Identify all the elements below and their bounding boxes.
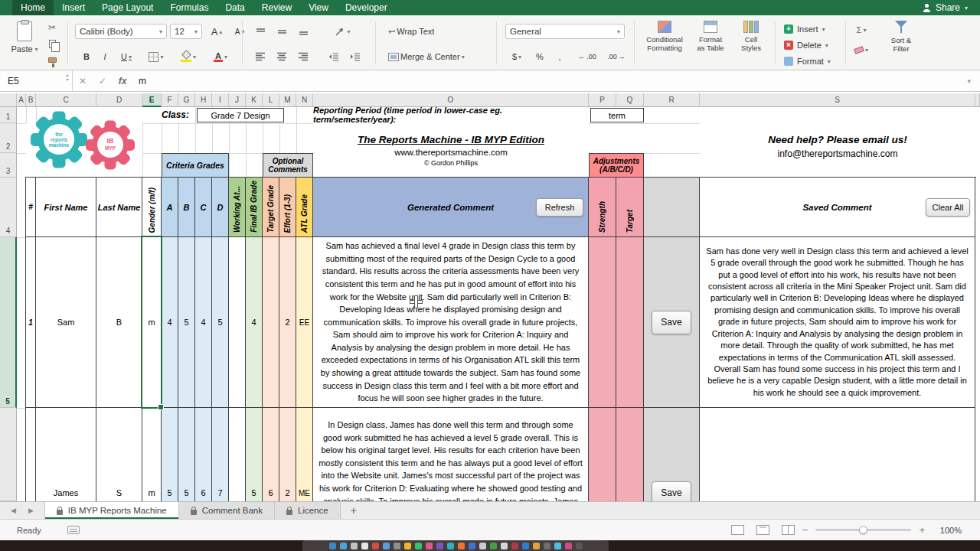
autosum-button[interactable]: Σ▾ [851, 23, 871, 37]
ribbon-tab-view[interactable]: View [300, 0, 337, 15]
cell-first-name[interactable]: James [36, 408, 96, 501]
class-value-cell[interactable]: Grade 7 Design [197, 108, 284, 122]
column-header-s[interactable]: S [700, 93, 975, 107]
column-header-o[interactable]: O [313, 93, 589, 107]
row-header-6[interactable] [0, 408, 17, 501]
header-cell-target-adjust[interactable]: Target [616, 178, 644, 237]
page-layout-view-icon[interactable] [756, 525, 769, 535]
header-cell-criterion-c[interactable]: C [195, 178, 212, 237]
dock-icon[interactable] [415, 543, 422, 549]
cell-effort[interactable]: 2 [279, 237, 296, 408]
add-sheet-button[interactable]: + [341, 502, 367, 519]
cancel-entry-icon[interactable]: ✕ [73, 76, 93, 86]
font-name-select[interactable]: Calibri (Body) ▾ [75, 24, 167, 39]
align-top-button[interactable] [251, 24, 270, 39]
sheet-tab-comment-bank[interactable]: Comment Bank [179, 502, 275, 519]
header-cell-criterion-d[interactable]: D [212, 178, 229, 237]
column-header-g[interactable]: G [178, 93, 195, 107]
borders-button[interactable]: ▾ [142, 49, 170, 64]
header-cell-working-at[interactable]: Working At... [229, 178, 246, 237]
refresh-button[interactable]: Refresh [536, 198, 583, 217]
header-cell-target-grade[interactable]: Target Grade [263, 178, 279, 237]
dock-icon[interactable] [436, 543, 443, 549]
header-cell-saved-comment[interactable]: Saved Comment Clear All [700, 178, 975, 237]
column-header-k[interactable]: K [246, 93, 263, 107]
name-box[interactable]: E5 ▴▾ [0, 70, 73, 91]
dock-icon[interactable] [501, 543, 508, 549]
cell-target-adjust[interactable] [616, 237, 644, 408]
save-button[interactable]: Save [652, 481, 691, 502]
column-header-p[interactable]: P [589, 93, 616, 107]
column-header-l[interactable]: L [263, 93, 279, 107]
dock-icon[interactable] [554, 543, 561, 549]
reporting-period-label-cell[interactable]: Reporting Period (time period in lower-c… [313, 107, 586, 122]
save-button[interactable]: Save [652, 311, 691, 334]
cell-criterion-a[interactable]: 4 [162, 237, 178, 408]
align-bottom-button[interactable] [294, 24, 312, 39]
dock-icon[interactable] [447, 543, 454, 549]
confirm-entry-icon[interactable]: ✓ [93, 76, 113, 86]
dock-icon[interactable] [565, 543, 572, 549]
copy-button[interactable] [44, 37, 60, 51]
column-header-a[interactable]: A [17, 93, 26, 107]
header-cell-save-column[interactable] [644, 178, 700, 237]
cell-working-at[interactable] [229, 408, 246, 501]
cell-final-ib[interactable]: 4 [246, 237, 263, 408]
sheet-tab-licence[interactable]: Licence [275, 502, 341, 519]
cell-criterion-c[interactable]: 6 [195, 408, 212, 501]
zoom-in-button[interactable]: + [919, 524, 925, 536]
column-header-h[interactable]: H [195, 93, 212, 107]
cell-strength-adjust[interactable] [589, 237, 616, 408]
column-header-j[interactable]: J [229, 93, 246, 107]
increase-indent-button[interactable] [346, 49, 364, 64]
optional-comments-band[interactable]: OptionalComments [263, 153, 313, 178]
cell-target-grade[interactable] [263, 237, 279, 408]
select-all-corner[interactable] [0, 93, 17, 107]
font-size-select[interactable]: 12 ▾ [170, 24, 202, 39]
header-cell-final-ib-grade[interactable]: Final IB Grade [246, 178, 263, 237]
keyboard-icon[interactable] [67, 526, 80, 534]
dock-icon[interactable] [361, 543, 368, 549]
prev-sheet-icon[interactable]: ◀ [11, 507, 16, 514]
cell-generated-comment[interactable]: In Design class, James has done well thi… [313, 408, 589, 501]
cell-num[interactable]: 2 [26, 408, 36, 501]
dock-icon[interactable] [426, 543, 433, 549]
dock-icon[interactable] [404, 543, 411, 549]
format-painter-button[interactable] [44, 53, 60, 67]
cell-criterion-d[interactable]: 7 [212, 408, 229, 501]
cell-num[interactable]: 1 [26, 237, 36, 408]
comma-format-button[interactable]: , [551, 49, 568, 64]
dock-icon[interactable] [329, 543, 336, 549]
cell-gender[interactable]: m [142, 408, 162, 501]
formula-bar-expand-icon[interactable]: ▾ [967, 70, 980, 91]
merge-center-button[interactable]: Merge & Center▾ [384, 49, 469, 64]
cell-atl[interactable]: EE [296, 237, 313, 408]
cell-styles-button[interactable]: Cell Styles [733, 21, 769, 65]
zoom-slider-knob[interactable] [859, 526, 867, 534]
orientation-button[interactable]: ▾ [328, 24, 357, 39]
dock-icon[interactable] [340, 543, 347, 549]
column-header-partial[interactable] [975, 93, 980, 107]
ribbon-tab-home[interactable]: Home [12, 0, 54, 15]
cell-first-name[interactable]: Sam [36, 237, 96, 408]
sort-filter-button[interactable]: Sort & Filter [879, 21, 923, 65]
dock-icon[interactable] [533, 543, 540, 549]
format-as-table-button[interactable]: Format as Table [691, 21, 730, 65]
currency-format-button[interactable]: $▾ [505, 49, 528, 64]
header-cell-criterion-b[interactable]: B [178, 178, 195, 237]
insert-function-icon[interactable]: fx [113, 76, 132, 86]
zoom-slider[interactable] [815, 529, 911, 531]
column-header-i[interactable]: I [212, 93, 229, 107]
increase-font-button[interactable]: A▴ [207, 24, 227, 39]
dock-icon[interactable] [576, 543, 583, 549]
decrease-decimal-button[interactable]: .00→ [603, 49, 629, 64]
column-header-d[interactable]: D [96, 93, 142, 107]
header-cell-atl-grade[interactable]: ATL Grade [296, 178, 313, 237]
zoom-out-button[interactable]: − [802, 524, 808, 536]
cell-criterion-d[interactable]: 5 [212, 237, 229, 408]
italic-button[interactable]: I [96, 49, 113, 64]
cell-generated-comment[interactable]: Sam has achieved a final level 4 grade i… [313, 237, 589, 408]
fill-color-button[interactable]: ▾ [175, 49, 202, 64]
header-cell-effort[interactable]: Effort (1-3) [279, 178, 296, 237]
clear-all-button[interactable]: Clear All [926, 198, 970, 217]
